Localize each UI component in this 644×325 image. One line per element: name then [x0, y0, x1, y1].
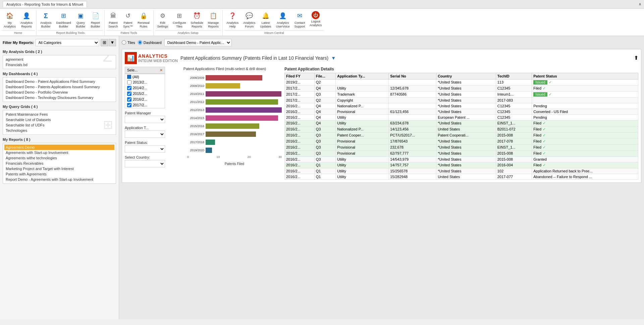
query-grid-item-2[interactable]: Searchable list of UDFs: [4, 122, 114, 128]
report-item-2[interactable]: Agreements withe technologies: [4, 155, 114, 161]
bar-fill-4[interactable]: [206, 107, 282, 113]
th-techid[interactable]: TechID: [496, 73, 532, 79]
table-row-8[interactable]: 2016/2...Q3Nationalized P...14/123,456Un…: [285, 126, 638, 132]
clear-filter-icon[interactable]: ✕: [160, 68, 163, 72]
bar-fill-7[interactable]: [206, 131, 256, 137]
table-row-7[interactable]: 2016/2...Q4Utility63/234,678*United Stat…: [285, 120, 638, 126]
contact-support-button[interactable]: ✉ ContactSupport: [292, 10, 308, 30]
dashboard-selector[interactable]: Dashboard Demo - Patent Applic...: [164, 39, 231, 46]
configure-tiles-button[interactable]: ⊞ ConfigureTiles: [170, 10, 188, 30]
close-icon[interactable]: ∧: [639, 2, 641, 6]
bar-fill-0[interactable]: [206, 75, 262, 80]
table-row-16[interactable]: 2016/2...Q1Utility15/282948United States…: [285, 174, 638, 179]
report-item-1[interactable]: Agreements with Start-up Involvement: [4, 150, 114, 155]
table-row-5[interactable]: 2016/2...Q4Provisional61/123,456*United …: [285, 109, 638, 114]
dashboard-radio[interactable]: [138, 40, 142, 45]
bar-fill-3[interactable]: [206, 99, 278, 105]
bar-row-3[interactable]: 2011/2012: [187, 98, 282, 106]
table-row-12[interactable]: 2016/2...Q3Provisional62/797,777*United …: [285, 150, 638, 156]
bar-fill-8[interactable]: [206, 140, 215, 145]
bar-fill-6[interactable]: [206, 123, 259, 129]
year-checkbox-3[interactable]: [127, 97, 131, 102]
bar-row-4[interactable]: 2012/2013: [187, 106, 282, 114]
year-checkbox-0[interactable]: [127, 80, 131, 85]
table-row-10[interactable]: 2016/2...Q3Provisional17/876543*United S…: [285, 138, 638, 144]
filter-year-2[interactable]: 2015/2...: [125, 91, 165, 97]
analytics-reports-button[interactable]: 👤 AnalyticsReports: [18, 10, 35, 30]
table-row-1[interactable]: 2017/2...Q4Utility12/345,678*United Stat…: [285, 85, 638, 91]
th-country[interactable]: Country: [436, 73, 496, 79]
filter-year-3[interactable]: 2016/2...: [125, 97, 165, 102]
dashboard-item-1[interactable]: Dashboard Demo - Patents Applications Is…: [4, 84, 114, 90]
th-app-type[interactable]: Application Ty...: [336, 73, 389, 79]
bar-row-7[interactable]: 2016/2017: [187, 130, 282, 138]
analytics-forum-button[interactable]: 💬 AnalyticsForum: [241, 10, 258, 30]
window-tab[interactable]: Analytics - Reporting Tools for Inteum &…: [3, 1, 87, 7]
analysis-grid-item-financials[interactable]: Financials bd: [4, 62, 114, 67]
report-item-0[interactable]: Agreement Demo: [4, 145, 114, 150]
dashboard-label[interactable]: Dashboard: [144, 41, 162, 45]
bar-fill-2[interactable]: [206, 91, 281, 97]
bar-row-1[interactable]: 2009/2010: [187, 82, 282, 90]
query-grid-item-0[interactable]: Patent Maintenance Fees: [4, 112, 114, 117]
country-dropdown[interactable]: [125, 160, 165, 167]
table-row-3[interactable]: 2017/2...Q2Copyright*United States2017-0…: [285, 97, 638, 103]
patent-manager-dropdown[interactable]: [125, 116, 165, 123]
tiles-label[interactable]: Tiles: [127, 41, 135, 45]
year-checkbox-4[interactable]: [127, 103, 131, 107]
th-status[interactable]: Patent Status: [532, 73, 638, 79]
report-item-5[interactable]: Patents with Agreements: [4, 171, 114, 177]
filter-dropdown-icon[interactable]: ▼: [109, 39, 116, 46]
bar-row-0[interactable]: 2008/2009: [187, 74, 282, 82]
filter-year-1[interactable]: 2014/2...: [125, 85, 165, 91]
bar-fill-9[interactable]: [206, 148, 212, 153]
my-analytics-button[interactable]: 🏠 MyAnalytics: [1, 10, 18, 30]
tiles-radio[interactable]: [122, 40, 126, 45]
bar-row-6[interactable]: 2015/2016: [187, 122, 282, 130]
bar-fill-1[interactable]: [206, 83, 240, 89]
report-item-4[interactable]: Marketing Project and Target with Intere…: [4, 166, 114, 171]
patent-search-button[interactable]: 🏛 PatentSearch: [106, 10, 121, 30]
application-type-dropdown[interactable]: [125, 130, 165, 138]
bar-row-9[interactable]: 2019/2020: [187, 147, 282, 154]
table-row-11[interactable]: 2016/2...Q3Provisional232,678*United Sta…: [285, 144, 638, 150]
share-icon[interactable]: ⬆: [634, 55, 638, 61]
logout-button[interactable]: ⏻ LogoutAnalytics: [307, 10, 324, 28]
renewal-rules-button[interactable]: 🔒 RenewalRules: [136, 10, 152, 30]
analysis-grid-item-agreement[interactable]: agreement: [4, 57, 114, 62]
latest-updates-button[interactable]: 🔔 LatestUpdates: [258, 10, 274, 30]
dashboard-builder-button[interactable]: ⊞ DashboardBuilder: [54, 10, 73, 30]
year-checkbox-1[interactable]: [127, 86, 131, 90]
table-row-4[interactable]: 2016/2...Q4Nationalized P...*United Stat…: [285, 103, 638, 109]
report-builder-button[interactable]: 📄 ReportBuilder: [88, 10, 103, 30]
dashboard-item-3[interactable]: Dashboard Demo - Technology Disclosures …: [4, 95, 114, 100]
table-row-0[interactable]: 2019/2...Q2*United States113Issued✓: [285, 79, 638, 85]
filter-year-0[interactable]: 2013/2...: [125, 79, 165, 85]
patent-status-dropdown[interactable]: [125, 145, 165, 153]
table-row-2[interactable]: 2017/2...Q3Trademark87740586*United Stat…: [285, 91, 638, 97]
bar-row-5[interactable]: 2014/2015: [187, 114, 282, 122]
report-item-6[interactable]: Report Demo - Agreements with Start-up I…: [4, 177, 114, 182]
report-item-3[interactable]: Financials Receivables: [4, 161, 114, 166]
analytics-uservoice-button[interactable]: 👤 AnalyticsUserVoice: [274, 10, 292, 30]
table-row-9[interactable]: 2016/2...Q3Patent Cooper...PCT/US2017...…: [285, 132, 638, 138]
table-row-15[interactable]: 2016/2...Q1Utility15/256578*United State…: [285, 168, 638, 174]
manage-reports-button[interactable]: 📋 ManageReports: [206, 10, 221, 30]
bar-fill-5[interactable]: [206, 115, 278, 121]
table-row-6[interactable]: 2016/2...Q4UtilityEuropean Patent ...C12…: [285, 114, 638, 120]
analytics-help-button[interactable]: ❓ AnalyticsHelp: [224, 10, 241, 30]
bar-row-8[interactable]: 2017/2018: [187, 139, 282, 146]
schedule-reports-button[interactable]: ⏰ ScheduleReports: [188, 10, 206, 30]
dashboard-item-0[interactable]: Dashboard Demo - Patent Applications Fil…: [4, 79, 114, 84]
th-filed-fy[interactable]: Filed FY: [285, 73, 315, 79]
category-filter-select[interactable]: All Categories: [36, 39, 99, 46]
table-row-13[interactable]: 2016/2...Q3Utility14/543,979*United Stat…: [285, 156, 638, 162]
year-checkbox-2[interactable]: [127, 92, 131, 96]
query-builder-button[interactable]: ▣ QueryBuilder: [73, 10, 88, 30]
query-grid-item-3[interactable]: Technologies: [4, 128, 114, 133]
funnel-icon[interactable]: ▼: [331, 55, 336, 61]
analysis-builder-button[interactable]: Σ AnalysisBuilder: [38, 10, 54, 30]
query-grid-item-1[interactable]: Searchable List of Datasets: [4, 117, 114, 122]
th-file[interactable]: File...: [314, 73, 336, 79]
th-serial[interactable]: Serial No: [389, 73, 436, 79]
